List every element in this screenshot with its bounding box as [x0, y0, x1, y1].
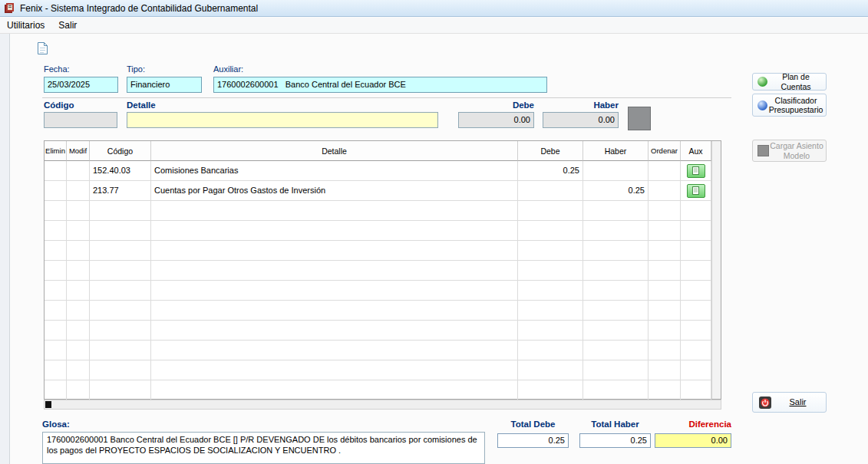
cell-aux: [681, 301, 711, 321]
cell-eliminar[interactable]: [45, 301, 67, 321]
table-row[interactable]: [45, 321, 711, 341]
cell-eliminar[interactable]: [45, 380, 67, 400]
cell-eliminar[interactable]: [45, 241, 67, 261]
cell-debe: [518, 380, 583, 400]
table-row[interactable]: 213.77 Cuentas por Pagar Otros Gastos de…: [45, 181, 711, 201]
cell-eliminar[interactable]: [45, 201, 67, 221]
cell-ordenar: [649, 360, 681, 380]
clasificador-presupuestario-button[interactable]: Clasificador Presupuestario: [752, 94, 827, 117]
cell-codigo: [90, 321, 151, 341]
cell-modificar[interactable]: [67, 380, 90, 400]
scrollbar-thumb[interactable]: [45, 401, 51, 408]
cell-ordenar: [649, 380, 681, 400]
table-row[interactable]: [45, 201, 711, 221]
cell-detalle: Cuentas por Pagar Otros Gastos de Invers…: [151, 181, 518, 201]
add-entry-button[interactable]: [628, 107, 651, 130]
glosa-textarea[interactable]: 1760002600001 Banco Central del Ecuador …: [42, 432, 485, 464]
table-row[interactable]: [45, 221, 711, 241]
cell-eliminar[interactable]: [45, 281, 67, 301]
header-codigo: Código: [90, 141, 151, 161]
cell-codigo: [90, 201, 151, 221]
cell-eliminar[interactable]: [45, 221, 67, 241]
table-row[interactable]: [45, 380, 711, 400]
cell-modificar[interactable]: [67, 201, 90, 221]
cell-eliminar[interactable]: [45, 360, 67, 380]
cell-ordenar: [649, 341, 681, 360]
salir-label: Salir: [771, 397, 826, 408]
cell-modificar[interactable]: [67, 261, 90, 281]
tipo-field[interactable]: Financiero: [127, 77, 202, 93]
cell-modificar[interactable]: [67, 221, 90, 241]
table-body: 152.40.03 Comisiones Bancarias 0.25 213.…: [45, 161, 721, 400]
cell-modificar[interactable]: [67, 301, 90, 321]
aux-button[interactable]: [687, 184, 705, 198]
cell-eliminar[interactable]: [45, 341, 67, 360]
codigo-entry-input[interactable]: [44, 112, 117, 128]
fecha-field[interactable]: 25/03/2025: [44, 77, 118, 93]
green-sphere-icon: [757, 77, 767, 87]
cell-codigo: [90, 301, 151, 321]
auxiliar-field[interactable]: 1760002600001 Banco Central del Ecuador …: [213, 77, 547, 93]
glosa-label: Glosa:: [42, 420, 70, 429]
aux-button[interactable]: [687, 164, 705, 178]
total-debe-label: Total Debe: [497, 420, 569, 429]
cell-codigo: [90, 341, 151, 360]
cell-modificar[interactable]: [67, 321, 90, 341]
cell-haber: [583, 281, 649, 301]
cell-debe: [518, 360, 583, 380]
cell-codigo: [90, 380, 151, 400]
cell-haber: [583, 360, 649, 380]
cell-modificar[interactable]: [67, 181, 90, 201]
cell-debe: [518, 301, 583, 321]
detalle-entry-input[interactable]: [127, 112, 438, 128]
table-row[interactable]: [45, 261, 711, 281]
cell-modificar[interactable]: [67, 341, 90, 360]
menu-item-salir[interactable]: Salir: [51, 18, 84, 32]
table-row[interactable]: [45, 360, 711, 380]
table-row[interactable]: 152.40.03 Comisiones Bancarias 0.25: [45, 161, 711, 181]
table-row[interactable]: [45, 301, 711, 321]
cell-aux: [681, 341, 711, 360]
cell-modificar[interactable]: [67, 281, 90, 301]
cell-modificar[interactable]: [67, 241, 90, 261]
header-eliminar: Elimin: [45, 141, 67, 161]
cell-detalle: [151, 221, 518, 241]
cargar-asiento-modelo-button[interactable]: Cargar Asiento Modelo: [752, 140, 827, 162]
debe-entry-input[interactable]: 0.00: [458, 112, 534, 128]
cell-detalle: [151, 201, 518, 221]
table-row[interactable]: [45, 241, 711, 261]
header-debe: Debe: [518, 141, 583, 161]
haber-entry-input[interactable]: 0.00: [543, 112, 619, 128]
cell-aux: [681, 221, 711, 241]
cell-debe: [518, 201, 583, 221]
cell-haber: [583, 261, 649, 281]
cell-haber: [583, 321, 649, 341]
power-icon: [759, 397, 771, 409]
haber-entry-label: Haber: [543, 100, 619, 110]
cell-eliminar[interactable]: [45, 321, 67, 341]
plan-de-cuentas-button[interactable]: Plan de Cuentas: [752, 73, 827, 90]
cell-codigo: 152.40.03: [90, 161, 151, 181]
table-row[interactable]: [45, 341, 711, 360]
table-horizontal-scrollbar[interactable]: [44, 400, 721, 410]
cell-modificar[interactable]: [67, 360, 90, 380]
header-aux: Aux: [681, 141, 711, 161]
cell-eliminar[interactable]: [45, 161, 67, 181]
cell-modificar[interactable]: [67, 161, 90, 181]
menu-bar: Utilitarios Salir: [0, 18, 868, 34]
cell-eliminar[interactable]: [45, 261, 67, 281]
new-document-button[interactable]: [34, 40, 51, 57]
table-vertical-scrollbar[interactable]: [711, 141, 721, 399]
cell-detalle: [151, 341, 518, 360]
salir-button[interactable]: Salir: [752, 392, 827, 413]
total-debe-field: 0.25: [497, 433, 569, 448]
cell-haber: 0.25: [583, 181, 649, 201]
fecha-label: Fecha:: [44, 64, 70, 74]
cell-eliminar[interactable]: [45, 181, 67, 201]
entries-table: Elimin Modif Código Detalle Debe Haber O…: [44, 140, 721, 400]
cell-detalle: [151, 241, 518, 261]
cell-aux: [681, 241, 711, 261]
menu-item-utilitarios[interactable]: Utilitarios: [0, 18, 51, 32]
table-row[interactable]: [45, 281, 711, 301]
cell-debe: [518, 261, 583, 281]
